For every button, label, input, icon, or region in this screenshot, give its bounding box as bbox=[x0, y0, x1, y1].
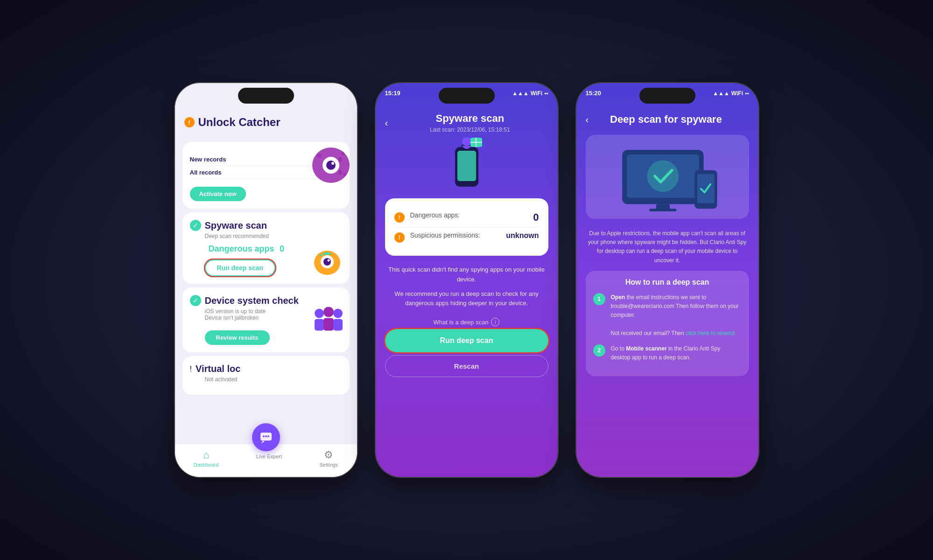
svg-point-13 bbox=[315, 308, 324, 318]
battery-icon-3: ▪▪ bbox=[745, 90, 749, 97]
device-title: Device system check bbox=[205, 295, 299, 306]
svg-rect-24 bbox=[457, 151, 476, 181]
svg-rect-18 bbox=[333, 319, 343, 330]
status-icons-3: ▲▲▲ WiFi ▪▪ bbox=[713, 90, 749, 97]
people-illustration bbox=[310, 305, 345, 335]
info-circle-icon[interactable]: i bbox=[491, 318, 499, 326]
how-to-card: How to run a deep scan 1 Open the email … bbox=[586, 271, 749, 376]
step-1-number: 1 bbox=[593, 293, 605, 305]
svg-point-17 bbox=[333, 308, 343, 318]
dangerous-value: 0 bbox=[533, 211, 539, 224]
how-to-step-1: 1 Open the email instructions we sent to… bbox=[593, 293, 742, 338]
nav-settings[interactable]: ⚙ Settings bbox=[319, 449, 338, 468]
check-icon-device: ✓ bbox=[190, 295, 201, 306]
p2-header: Spyware scan Last scan: 2023/12/06, 15:1… bbox=[392, 112, 548, 133]
review-results-button[interactable]: Review results bbox=[205, 330, 270, 345]
how-to-step-2: 2 Go to Mobile scanner in the Clario Ant… bbox=[593, 344, 742, 362]
suspicious-value: unknown bbox=[506, 231, 539, 240]
nav-dashboard-label: Dashboard bbox=[194, 462, 219, 468]
svg-point-3 bbox=[331, 162, 334, 165]
svg-point-9 bbox=[323, 258, 331, 266]
device-card: ✓ Device system check iOS version is up … bbox=[182, 287, 350, 352]
virtual-title: Virtual loc bbox=[196, 364, 240, 374]
phone-notch-2 bbox=[439, 88, 495, 104]
step-1-text: Open the email instructions we sent to t… bbox=[611, 293, 742, 338]
spyware-title: Spyware scan bbox=[205, 220, 267, 231]
back-button-3[interactable]: ‹ bbox=[586, 114, 589, 125]
spyware-scan-illustration bbox=[429, 138, 504, 194]
phone3-screen: 15:20 ▲▲▲ WiFi ▪▪ ‹ Deep scan for spywar… bbox=[576, 83, 758, 477]
dangerous-apps-label: Dangerous apps bbox=[209, 244, 274, 253]
wifi-icon: WiFi bbox=[531, 90, 542, 97]
p3-illustration bbox=[586, 135, 749, 219]
spyware-subtitle: Deep scan recommended bbox=[205, 233, 342, 239]
svg-point-22 bbox=[267, 435, 269, 437]
virtual-title-row: ! Virtual loc bbox=[190, 364, 342, 374]
p2-subtitle: Last scan: 2023/12/06, 15:18:51 bbox=[392, 126, 548, 133]
suspicious-label: Suspicious permissions: bbox=[410, 231, 501, 239]
step-1-not-received: Not received our email? Then bbox=[611, 330, 686, 336]
svg-rect-36 bbox=[697, 174, 714, 203]
svg-point-21 bbox=[265, 435, 267, 437]
spyware-eye-illustration bbox=[310, 244, 345, 279]
nav-settings-label: Settings bbox=[319, 462, 338, 468]
p3-description: Due to Apple restrictions, the mobile ap… bbox=[576, 224, 758, 271]
step-2-text: Go to Mobile scanner in the Clario Anti … bbox=[611, 344, 742, 362]
page-title: Unlock Catcher bbox=[198, 116, 281, 129]
dashboard-icon: ⌂ bbox=[203, 449, 209, 461]
info-icon: ! bbox=[184, 117, 195, 127]
time-2: 15:19 bbox=[385, 90, 400, 97]
virtual-card: ! Virtual loc Not activated bbox=[182, 356, 350, 395]
phone-1: ! Unlock Catcher New records 0 All recor… bbox=[175, 83, 357, 477]
what-deep-scan-label: What is a deep scan i bbox=[376, 318, 558, 326]
svg-point-15 bbox=[323, 307, 334, 317]
svg-point-32 bbox=[647, 160, 679, 192]
phone2-screen: 15:19 ▲▲▲ WiFi ▪▪ ‹ Spyware scan Last sc… bbox=[376, 83, 558, 477]
settings-icon: ⚙ bbox=[324, 449, 333, 461]
svg-point-10 bbox=[327, 259, 330, 262]
dangerous-label: Dangerous apps: bbox=[410, 211, 528, 219]
nav-live-expert[interactable]: Live Expert bbox=[256, 453, 282, 464]
step-1-main: the email instructions we sent to troubl… bbox=[611, 294, 739, 318]
svg-point-4 bbox=[317, 154, 322, 158]
p2-title: Spyware scan bbox=[392, 112, 548, 125]
svg-rect-12 bbox=[319, 254, 323, 256]
all-records-label: All records bbox=[190, 169, 222, 176]
svg-point-6 bbox=[344, 173, 346, 176]
svg-point-20 bbox=[263, 435, 265, 437]
rescan-button[interactable]: Rescan bbox=[385, 355, 548, 377]
activate-now-button[interactable]: Activate now bbox=[190, 187, 246, 201]
back-button-2[interactable]: ‹ bbox=[385, 118, 388, 128]
battery-icon: ▪▪ bbox=[544, 90, 548, 97]
live-expert-fab[interactable] bbox=[252, 423, 280, 451]
chat-icon bbox=[259, 430, 273, 444]
svg-rect-11 bbox=[323, 252, 331, 255]
p2-illustration bbox=[376, 138, 558, 194]
run-deep-scan-button-2[interactable]: Run deep scan bbox=[385, 329, 548, 352]
suspicious-permissions-row: ! Suspicious permissions: unknown bbox=[394, 228, 539, 246]
what-deep-scan-text: What is a deep scan bbox=[434, 319, 489, 326]
run-deep-scan-button-1[interactable]: Run deep scan bbox=[205, 259, 276, 276]
nav-live-expert-label: Live Expert bbox=[256, 454, 282, 459]
deep-scan-illustration bbox=[595, 144, 740, 219]
status-icons-2: ▲▲▲ WiFi ▪▪ bbox=[512, 90, 548, 97]
click-here-link[interactable]: click here to resend. bbox=[686, 330, 736, 336]
signal-icon: ▲▲▲ bbox=[512, 90, 529, 97]
virtual-status: Not activated bbox=[205, 376, 342, 383]
svg-point-5 bbox=[341, 152, 344, 155]
nav-dashboard[interactable]: ⌂ Dashboard bbox=[194, 449, 219, 468]
step-1-open-strong: Open bbox=[611, 294, 625, 301]
phone1-screen: ! Unlock Catcher New records 0 All recor… bbox=[175, 83, 357, 477]
svg-rect-34 bbox=[649, 209, 676, 211]
phone-notch-3 bbox=[639, 88, 695, 104]
signal-icon-3: ▲▲▲ bbox=[713, 90, 730, 97]
eye-blob-illustration bbox=[310, 144, 350, 186]
dangerous-apps-value: 0 bbox=[280, 244, 284, 253]
step-2-number: 2 bbox=[593, 344, 605, 357]
phone-2: 15:19 ▲▲▲ WiFi ▪▪ ‹ Spyware scan Last sc… bbox=[376, 83, 558, 477]
phone-notch-1 bbox=[238, 88, 294, 104]
step-2-mobile-scanner-strong: Mobile scanner bbox=[626, 345, 666, 352]
spyware-card: ✓ Spyware scan Deep scan recommended Dan… bbox=[182, 212, 350, 284]
dangerous-icon: ! bbox=[394, 212, 405, 223]
svg-point-2 bbox=[326, 161, 336, 170]
